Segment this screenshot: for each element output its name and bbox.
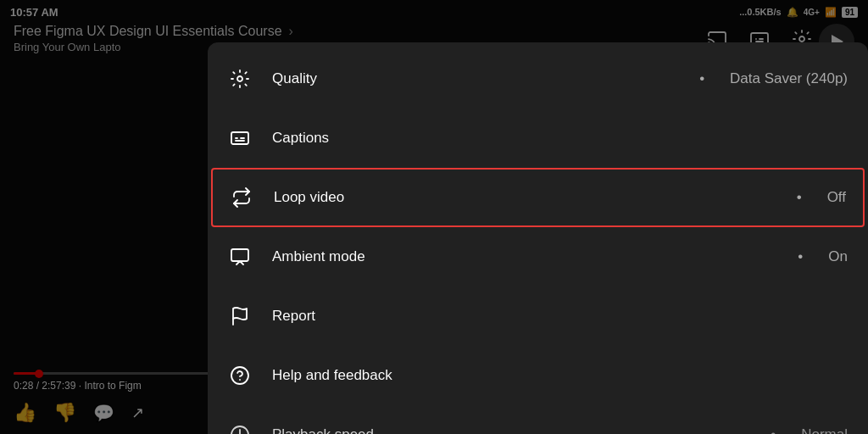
captions-icon — [228, 126, 252, 150]
gear-icon — [230, 69, 250, 89]
help-circle-icon — [230, 365, 250, 386]
loop-icon — [230, 186, 253, 209]
help-icon — [228, 364, 252, 387]
loop-video-value: Off — [827, 189, 846, 206]
menu-item-loop-video[interactable]: Loop video • Off — [211, 168, 865, 227]
cc-menu-icon — [230, 128, 250, 148]
quality-label: Quality — [272, 70, 679, 87]
ambient-dot: • — [798, 248, 803, 265]
playback-speed-icon — [230, 425, 250, 434]
loop-video-icon — [231, 187, 252, 208]
playback-speed-label: Playback speed — [272, 426, 750, 434]
loop-video-label: Loop video — [274, 189, 776, 206]
quality-dot: • — [699, 70, 704, 87]
ambient-mode-value: On — [828, 248, 848, 265]
speed-dot: • — [771, 426, 776, 434]
menu-item-captions[interactable]: Captions — [208, 108, 868, 168]
report-flag-icon — [230, 306, 250, 326]
help-label: Help and feedback — [272, 367, 848, 384]
loop-dot: • — [797, 189, 802, 206]
ambient-icon — [228, 245, 252, 269]
settings-menu-panel: Quality • Data Saver (240p) Captions Loo… — [208, 42, 868, 434]
svg-rect-7 — [231, 132, 248, 144]
flag-icon — [228, 304, 252, 328]
menu-item-ambient-mode[interactable]: Ambient mode • On — [208, 227, 868, 287]
menu-item-help[interactable]: Help and feedback — [208, 346, 868, 405]
quality-gear-icon — [228, 67, 252, 91]
report-label: Report — [272, 308, 848, 325]
speed-icon — [228, 423, 252, 434]
menu-item-report[interactable]: Report — [208, 287, 868, 346]
menu-item-quality[interactable]: Quality • Data Saver (240p) — [208, 49, 868, 108]
captions-label: Captions — [272, 130, 848, 147]
quality-value: Data Saver (240p) — [730, 70, 848, 87]
ambient-mode-icon — [230, 247, 250, 267]
svg-rect-8 — [231, 249, 248, 261]
svg-point-6 — [237, 76, 242, 81]
menu-item-playback-speed[interactable]: Playback speed • Normal — [208, 405, 868, 434]
ambient-mode-label: Ambient mode — [272, 248, 777, 265]
playback-speed-value: Normal — [801, 426, 848, 434]
svg-point-10 — [231, 367, 248, 384]
